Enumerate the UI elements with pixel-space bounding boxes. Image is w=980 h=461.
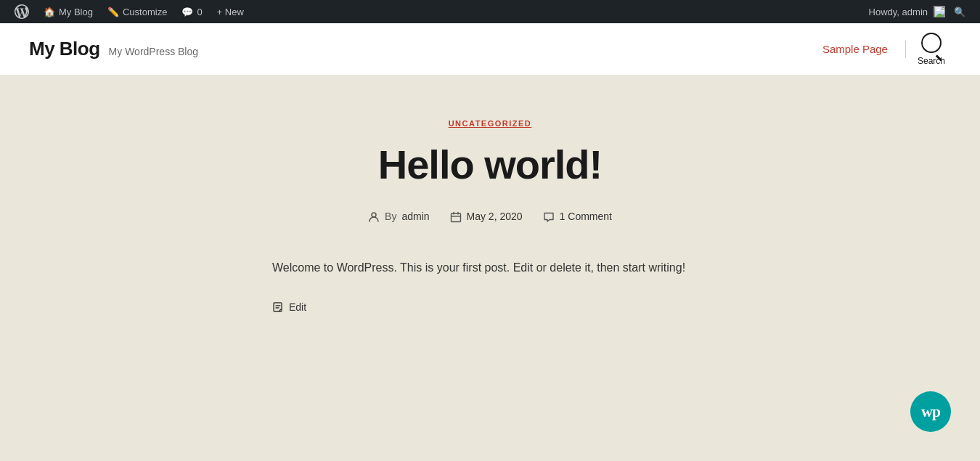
admin-bar-comments-count: 0 — [197, 7, 202, 17]
wp-badge-label: wp — [921, 404, 940, 420]
author-icon — [368, 211, 380, 223]
post-title: Hello world! — [378, 142, 602, 187]
wp-floating-badge[interactable]: wp — [910, 391, 951, 432]
comment-bubble-icon: 💬 — [181, 7, 193, 17]
post-date-meta: May 2, 2020 — [450, 211, 523, 223]
post-date[interactable]: May 2, 2020 — [467, 211, 523, 222]
site-tagline: My WordPress Blog — [109, 46, 198, 57]
admin-bar: 🏠 My Blog ✏️ Customize 💬 0 + New Howdy, … — [0, 0, 980, 23]
customize-icon: ✏️ — [107, 7, 119, 17]
admin-bar-right: Howdy, admin 🔍 — [869, 0, 971, 23]
edit-icon — [272, 301, 284, 313]
calendar-icon — [450, 211, 462, 223]
site-title[interactable]: My Blog — [29, 38, 100, 60]
svg-point-0 — [372, 213, 376, 217]
admin-bar-my-blog[interactable]: 🏠 My Blog — [38, 0, 99, 23]
post-author-meta: By admin — [368, 211, 429, 223]
post-comments[interactable]: 1 Comment — [560, 211, 612, 222]
nav-divider — [905, 41, 906, 58]
post-comments-meta: 1 Comment — [543, 211, 612, 223]
site-branding: My Blog My WordPress Blog — [29, 38, 198, 60]
my-blog-icon: 🏠 — [44, 7, 55, 17]
svg-rect-1 — [451, 213, 460, 222]
comment-icon — [543, 211, 555, 223]
admin-bar-comments[interactable]: 💬 0 — [176, 0, 208, 23]
admin-bar-search[interactable]: 🔍 — [948, 0, 971, 23]
admin-bar-customize[interactable]: ✏️ Customize — [102, 0, 173, 23]
admin-bar-new-label: + New — [217, 7, 244, 17]
nav-sample-page[interactable]: Sample Page — [811, 43, 899, 55]
admin-bar-wp-logo[interactable] — [9, 0, 35, 23]
post-edit-container: Edit — [272, 301, 708, 313]
post-content: Welcome to WordPress. This is your first… — [272, 258, 708, 277]
post-meta: By admin May 2, 2020 1 Comment — [368, 211, 612, 223]
author-prefix: By — [385, 211, 396, 222]
admin-avatar[interactable] — [934, 6, 945, 17]
admin-bar-new[interactable]: + New — [211, 0, 250, 23]
post-author[interactable]: admin — [401, 211, 429, 222]
howdy-label: Howdy, admin — [869, 7, 928, 17]
search-circle-icon — [921, 33, 942, 53]
admin-bar-customize-label: Customize — [123, 7, 167, 17]
admin-bar-my-blog-label: My Blog — [59, 7, 93, 17]
main-content: UNCATEGORIZED Hello world! By admin May … — [0, 76, 980, 461]
post-category[interactable]: UNCATEGORIZED — [449, 119, 532, 128]
site-header: My Blog My WordPress Blog Sample Page Se… — [0, 23, 980, 76]
header-nav: Sample Page Search — [811, 33, 951, 66]
header-search-button[interactable]: Search — [912, 33, 951, 66]
edit-link[interactable]: Edit — [289, 301, 306, 313]
admin-search-icon: 🔍 — [954, 7, 965, 17]
